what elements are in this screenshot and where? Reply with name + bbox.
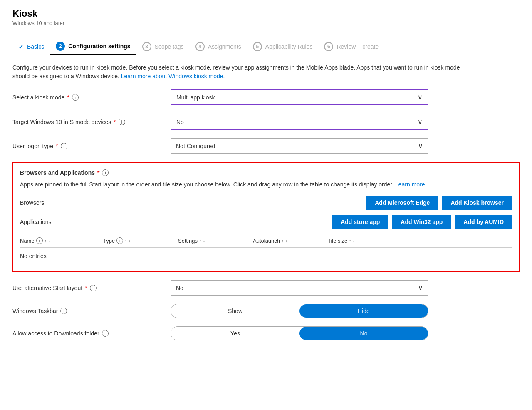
browsers-required-star: * [97, 169, 99, 176]
col-tilesize-label: Tile size [328, 238, 347, 244]
browsers-label: Browsers [20, 199, 103, 206]
no-entries-row: No entries [20, 248, 512, 264]
taskbar-hide-btn[interactable]: Hide [299, 304, 428, 318]
col-name-sort-asc[interactable]: ↑ [45, 239, 47, 243]
col-type-sort-asc[interactable]: ↑ [125, 239, 127, 243]
browsers-learn-more-link[interactable]: Learn more. [395, 181, 426, 188]
wizard-steps: ✓ Basics 2 Configuration settings 3 Scop… [12, 38, 520, 55]
col-autolaunch-sort-desc[interactable]: ↓ [285, 239, 287, 243]
kiosk-mode-select[interactable]: Multi app kiosk ∨ [171, 89, 428, 105]
col-type-info[interactable]: i [116, 237, 123, 244]
col-type-label: Type [103, 238, 115, 244]
kiosk-mode-chevron: ∨ [418, 93, 423, 101]
applications-row: Applications Add store app Add Win32 app… [20, 215, 512, 229]
smode-info-icon[interactable]: i [119, 119, 125, 125]
kiosk-mode-value: Multi app kiosk [176, 94, 215, 101]
add-kiosk-browser-button[interactable]: Add Kiosk browser [442, 196, 512, 210]
downloads-no-btn[interactable]: No [299, 327, 428, 340]
description-text: Configure your devices to run in kiosk m… [12, 63, 470, 81]
col-header-autolaunch: Autolaunch ↑ ↓ [253, 238, 328, 244]
wizard-step-assignments[interactable]: 4 Assignments [190, 39, 247, 55]
smode-row: Target Windows 10 in S mode devices * i … [12, 114, 520, 130]
step-label-review: Review + create [337, 43, 379, 50]
wizard-step-scope[interactable]: 3 Scope tags [136, 39, 190, 55]
kiosk-mode-control: Multi app kiosk ∨ [171, 89, 428, 105]
col-header-settings: Settings ↑ ↓ [178, 238, 253, 244]
page-title: Kiosk [12, 8, 520, 19]
browsers-section-title: Browsers and Applications * i [20, 169, 512, 176]
alt-start-info-icon[interactable]: i [90, 285, 97, 291]
page-subtitle: Windows 10 and later [12, 20, 520, 26]
logon-type-label: User logon type * i [12, 143, 171, 149]
add-microsoft-edge-button[interactable]: Add Microsoft Edge [366, 196, 438, 210]
step-label-assignments: Assignments [208, 43, 241, 50]
step-num-review: 6 [324, 42, 333, 51]
check-icon: ✓ [18, 43, 24, 51]
col-tilesize-sort-asc[interactable]: ↑ [349, 239, 351, 243]
add-win32-app-button[interactable]: Add Win32 app [392, 215, 451, 229]
alt-start-value: No [176, 285, 183, 291]
browsers-info-icon[interactable]: i [102, 169, 109, 176]
applications-label: Applications [20, 219, 103, 225]
wizard-step-review[interactable]: 6 Review + create [318, 39, 384, 55]
col-name-info[interactable]: i [36, 237, 43, 244]
learn-more-link[interactable]: Learn more about Windows kiosk mode. [121, 73, 225, 80]
logon-type-row: User logon type * i Not Configured ∨ [12, 138, 520, 154]
col-header-tilesize: Tile size ↑ ↓ [328, 238, 394, 244]
col-name-label: Name [20, 238, 35, 244]
step-label-applicability: Applicability Rules [265, 43, 313, 50]
step-num-assignments: 4 [195, 42, 205, 51]
alt-start-required: * [85, 285, 87, 291]
taskbar-info-icon[interactable]: i [60, 308, 67, 314]
browsers-row: Browsers Add Microsoft Edge Add Kiosk br… [20, 196, 512, 210]
alt-start-row: Use alternative Start layout * i No ∨ [12, 280, 520, 296]
kiosk-mode-row: Select a kiosk mode * i Multi app kiosk … [12, 89, 520, 105]
col-header-name: Name i ↑ ↓ [20, 237, 103, 244]
smode-label: Target Windows 10 in S mode devices * i [12, 119, 171, 125]
taskbar-control: Show Hide [171, 304, 428, 318]
col-header-type: Type i ↑ ↓ [103, 237, 178, 244]
add-store-app-button[interactable]: Add store app [332, 215, 388, 229]
page-container: Kiosk Windows 10 and later ✓ Basics 2 Co… [0, 0, 532, 357]
downloads-toggle-group: Yes No [171, 326, 428, 340]
smode-select[interactable]: No ∨ [171, 114, 428, 130]
taskbar-row: Windows Taskbar i Show Hide [12, 304, 520, 318]
wizard-step-applicability[interactable]: 5 Applicability Rules [247, 39, 319, 55]
kiosk-mode-info-icon[interactable]: i [72, 94, 79, 101]
col-autolaunch-sort-asc[interactable]: ↑ [282, 239, 284, 243]
add-by-aumid-button[interactable]: Add by AUMID [455, 215, 512, 229]
col-settings-sort-asc[interactable]: ↑ [199, 239, 201, 243]
logon-type-value: Not Configured [176, 143, 215, 149]
applications-buttons: Add store app Add Win32 app Add by AUMID [332, 215, 512, 229]
downloads-yes-btn[interactable]: Yes [171, 327, 299, 340]
col-type-sort-desc[interactable]: ↓ [129, 239, 131, 243]
step-label-scope: Scope tags [155, 43, 184, 50]
description-text1: Configure your devices to run in kiosk m… [12, 64, 460, 80]
col-name-sort-desc[interactable]: ↓ [48, 239, 50, 243]
wizard-step-configuration[interactable]: 2 Configuration settings [50, 38, 136, 55]
browsers-buttons: Add Microsoft Edge Add Kiosk browser [366, 196, 512, 210]
wizard-step-basics[interactable]: ✓ Basics [12, 40, 50, 54]
kiosk-required-star: * [67, 94, 69, 101]
logon-type-select[interactable]: Not Configured ∨ [171, 138, 428, 154]
kiosk-mode-label: Select a kiosk mode * i [12, 94, 171, 101]
step-num-scope: 3 [142, 42, 151, 51]
logon-chevron: ∨ [418, 142, 423, 150]
title-divider [12, 32, 520, 32]
downloads-row: Allow access to Downloads folder i Yes N… [12, 326, 520, 340]
col-settings-sort-desc[interactable]: ↓ [203, 239, 205, 243]
logon-info-icon[interactable]: i [61, 143, 67, 149]
col-tilesize-sort-desc[interactable]: ↓ [353, 239, 355, 243]
col-settings-label: Settings [178, 238, 198, 244]
page-title-section: Kiosk Windows 10 and later [12, 8, 520, 26]
downloads-control: Yes No [171, 326, 428, 340]
taskbar-toggle-group: Show Hide [171, 304, 428, 318]
downloads-info-icon[interactable]: i [102, 330, 109, 337]
logon-required-star: * [56, 143, 58, 149]
logon-type-control: Not Configured ∨ [171, 138, 428, 154]
alt-start-chevron: ∨ [418, 284, 423, 292]
smode-control: No ∨ [171, 114, 428, 130]
taskbar-show-btn[interactable]: Show [171, 304, 299, 318]
alt-start-select[interactable]: No ∨ [171, 280, 428, 296]
alt-start-control: No ∨ [171, 280, 428, 296]
